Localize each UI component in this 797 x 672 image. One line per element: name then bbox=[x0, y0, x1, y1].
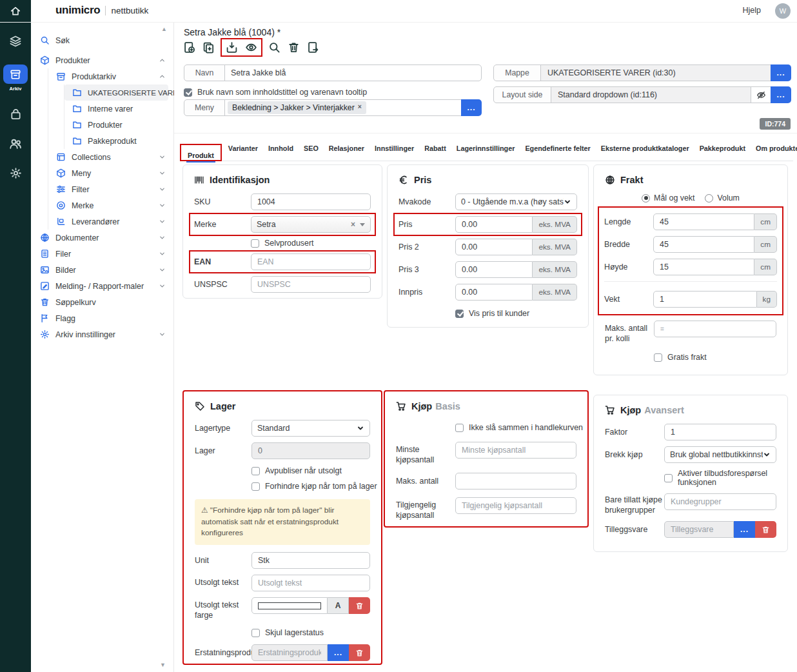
minste-input[interactable] bbox=[455, 442, 576, 459]
maks-antall-input[interactable] bbox=[455, 473, 576, 489]
nav-item-bilder[interactable]: Bilder bbox=[36, 262, 170, 278]
tab-innstillinger[interactable]: Innstillinger bbox=[373, 144, 415, 161]
layout-eye-off-button[interactable] bbox=[751, 86, 771, 103]
merke-clear-icon[interactable]: × bbox=[351, 220, 355, 229]
nav-item-ukategoriserte-varer[interactable]: UKATEGORISERTE VARER bbox=[64, 84, 168, 101]
nav-item-collections[interactable]: Collections bbox=[48, 149, 170, 165]
hoyde-input[interactable] bbox=[653, 259, 754, 275]
vis-pris-checkbox[interactable] bbox=[455, 310, 464, 318]
tab-rabatt[interactable]: Rabatt bbox=[423, 144, 448, 161]
faktor-input[interactable] bbox=[664, 424, 776, 440]
bare-tillatt-input[interactable] bbox=[664, 493, 776, 510]
navn-input[interactable] bbox=[224, 64, 482, 81]
tab-eksterne-produktkataloger[interactable]: Eksterne produktkataloger bbox=[600, 144, 691, 161]
nav-item-soppelkurv[interactable]: Søppelkurv bbox=[36, 294, 170, 310]
farge-text-button[interactable]: A bbox=[328, 597, 349, 614]
meny-browse-button[interactable]: ... bbox=[461, 99, 482, 116]
tab-egendefinerte-felter[interactable]: Egendefinerte felter bbox=[524, 144, 591, 161]
mappe-value[interactable]: UKATEGORISERTE VARER (id:30) bbox=[540, 64, 771, 81]
lagertype-select[interactable]: Standard bbox=[251, 420, 370, 437]
delete-trash-icon[interactable] bbox=[288, 41, 300, 54]
pris-input[interactable] bbox=[455, 216, 533, 233]
brekk-kjop-select[interactable]: Bruk global nettbutikkinnstilling bbox=[664, 446, 776, 463]
tilgjengelig-input[interactable] bbox=[455, 497, 576, 514]
mappe-browse-button[interactable]: ... bbox=[771, 64, 791, 81]
maks-kolli-input[interactable] bbox=[654, 321, 776, 337]
layout-browse-button[interactable]: ... bbox=[771, 86, 791, 103]
nav-item-dokumenter[interactable]: Dokumenter bbox=[36, 230, 170, 246]
nav-scroll-down-icon[interactable]: ▼ bbox=[160, 662, 166, 668]
forhindre-checkbox[interactable] bbox=[251, 482, 260, 491]
pris2-input[interactable] bbox=[455, 239, 533, 255]
tab-lagerinnstillinger[interactable]: Lagerinnstillinger bbox=[455, 144, 517, 161]
rail-layers-button[interactable] bbox=[9, 35, 22, 48]
preview-eye-icon[interactable] bbox=[245, 41, 257, 54]
utsolgt-tekst-input[interactable] bbox=[251, 575, 370, 591]
search-magnifier-icon[interactable] bbox=[268, 41, 280, 54]
tab-varianter[interactable]: Varianter bbox=[227, 144, 259, 161]
rail-users-button[interactable] bbox=[9, 137, 22, 150]
erstatningsprodukt-input[interactable] bbox=[251, 644, 328, 661]
nav-item-leverandorer[interactable]: Leverandører bbox=[48, 213, 170, 230]
help-link[interactable]: Hjelp bbox=[743, 6, 762, 15]
merke-select[interactable]: Setra × bbox=[251, 216, 371, 233]
tilbud-checkbox[interactable] bbox=[664, 474, 673, 482]
nav-search[interactable]: Søk bbox=[36, 32, 170, 48]
tilleggsvare-delete-button[interactable] bbox=[755, 521, 776, 538]
avpubliser-checkbox[interactable] bbox=[251, 467, 260, 475]
maal-og-vekt-radio[interactable] bbox=[642, 194, 650, 203]
user-avatar[interactable]: W bbox=[775, 3, 791, 19]
vekt-input[interactable] bbox=[653, 291, 757, 308]
duplicate-icon[interactable] bbox=[202, 41, 215, 54]
nav-scroll-up-icon[interactable]: ▲ bbox=[161, 26, 167, 32]
gratis-frakt-checkbox[interactable] bbox=[654, 353, 662, 362]
unit-input[interactable] bbox=[251, 552, 370, 569]
mvakode-select[interactable]: 0 - Utgående m.v.a (høy sats) +25% (2 bbox=[455, 193, 577, 210]
erstatning-browse-button[interactable]: ... bbox=[328, 644, 349, 661]
nav-item-merke[interactable]: Merke bbox=[48, 197, 170, 213]
tab-pakkeprodukt[interactable]: Pakkeprodukt bbox=[698, 144, 747, 161]
nav-item-produkter[interactable]: Produkter bbox=[36, 52, 170, 68]
nav-item-produkter-folder[interactable]: Produkter bbox=[64, 117, 168, 133]
farge-delete-button[interactable] bbox=[349, 597, 370, 614]
nav-item-pakkeprodukt-folder[interactable]: Pakkeprodukt bbox=[64, 133, 168, 149]
volum-radio[interactable] bbox=[705, 194, 713, 203]
utsolgt-farge-picker[interactable] bbox=[251, 597, 328, 614]
chip-close-icon[interactable]: × bbox=[358, 103, 362, 110]
rail-shop-button[interactable] bbox=[10, 108, 22, 121]
unspsc-input[interactable] bbox=[251, 276, 371, 293]
nav-item-produktarkiv[interactable]: Produktarkiv bbox=[48, 68, 170, 84]
innpris-input[interactable] bbox=[455, 284, 533, 301]
nav-item-filer[interactable]: Filer bbox=[36, 246, 170, 262]
meny-chip-field[interactable]: Bekledning > Jakker > Vinterjakker× bbox=[224, 99, 462, 116]
name-tooltip-checkbox[interactable] bbox=[184, 88, 192, 97]
tilleggsvare-browse-button[interactable]: ... bbox=[734, 521, 755, 538]
lengde-input[interactable] bbox=[653, 213, 754, 230]
nav-item-filter[interactable]: Filter bbox=[48, 181, 170, 197]
pris3-input[interactable] bbox=[455, 261, 533, 278]
sku-input[interactable] bbox=[251, 193, 371, 210]
nav-item-interne-varer[interactable]: Interne varer bbox=[64, 101, 168, 117]
tab-relasjoner[interactable]: Relasjoner bbox=[328, 144, 366, 161]
tab-om-produktet[interactable]: Om produktet bbox=[754, 144, 797, 161]
nav-item-meny[interactable]: Meny bbox=[48, 165, 170, 181]
tab-innhold[interactable]: Innhold bbox=[267, 144, 295, 161]
tab-seo[interactable]: SEO bbox=[302, 144, 320, 161]
home-button[interactable] bbox=[0, 0, 31, 22]
nav-item-arkiv-innstillinger[interactable]: Arkiv innstillinger bbox=[36, 326, 170, 342]
new-product-icon[interactable] bbox=[183, 41, 195, 54]
skjul-lagerstatus-checkbox[interactable] bbox=[251, 629, 260, 637]
selvprodusert-checkbox[interactable] bbox=[251, 239, 259, 248]
nav-item-flagg[interactable]: Flagg bbox=[36, 310, 170, 326]
layout-value[interactable]: Standard dropdown (id:116) bbox=[551, 86, 751, 103]
rail-archive-button[interactable]: Arkiv bbox=[3, 64, 28, 92]
rail-settings-button[interactable] bbox=[10, 167, 22, 179]
ean-input[interactable] bbox=[251, 253, 371, 270]
samle-checkbox[interactable] bbox=[455, 424, 464, 432]
bredde-input[interactable] bbox=[653, 236, 754, 253]
tilleggsvare-input[interactable] bbox=[664, 521, 734, 538]
export-icon[interactable] bbox=[307, 41, 319, 54]
erstatning-delete-button[interactable] bbox=[349, 644, 370, 661]
nav-item-melding-rapport-maler[interactable]: Melding- / Rapport-maler bbox=[36, 278, 170, 294]
save-icon[interactable] bbox=[226, 41, 238, 54]
